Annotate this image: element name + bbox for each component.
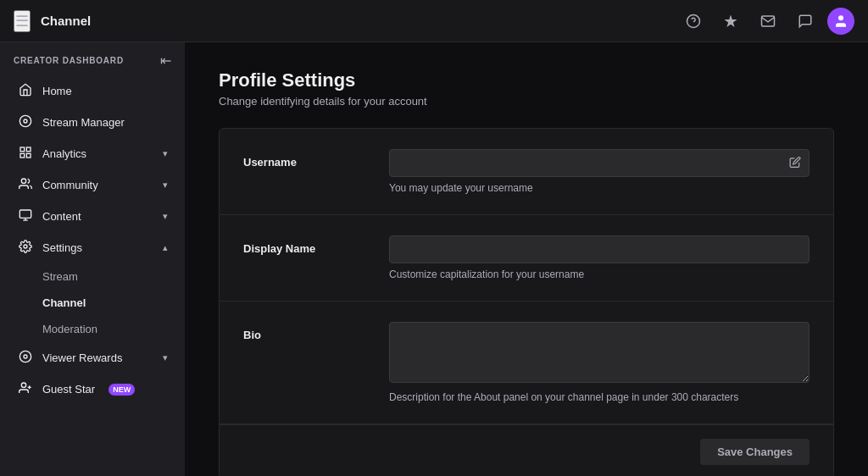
sidebar: Creator Dashboard ⇤ Home Stream Manager … bbox=[0, 42, 185, 476]
sidebar-item-viewer-rewards-label: Viewer Rewards bbox=[42, 351, 122, 364]
guest-star-new-badge: NEW bbox=[108, 384, 135, 396]
svg-rect-6 bbox=[26, 147, 31, 152]
sidebar-collapse-btn[interactable]: ⇤ bbox=[160, 53, 171, 69]
sidebar-header-label: Creator Dashboard bbox=[14, 56, 124, 65]
sidebar-item-analytics-label: Analytics bbox=[42, 147, 86, 160]
help-icon-btn[interactable] bbox=[678, 6, 709, 36]
settings-footer: Save Changes bbox=[220, 424, 833, 476]
stream-manager-icon bbox=[17, 114, 34, 130]
content-chevron: ▾ bbox=[163, 211, 168, 222]
svg-rect-8 bbox=[26, 153, 31, 158]
community-icon bbox=[17, 177, 34, 193]
topnav-right bbox=[678, 6, 854, 36]
sidebar-item-guest-star-label: Guest Star bbox=[42, 383, 95, 396]
sidebar-item-content[interactable]: Content ▾ bbox=[3, 202, 181, 231]
sidebar-header: Creator Dashboard ⇤ bbox=[0, 42, 185, 75]
magic-icon-btn[interactable] bbox=[715, 6, 746, 36]
svg-point-14 bbox=[19, 351, 31, 362]
community-chevron: ▾ bbox=[163, 180, 168, 191]
svg-point-9 bbox=[21, 179, 25, 183]
page-title: Profile Settings bbox=[219, 69, 834, 91]
svg-rect-5 bbox=[20, 147, 25, 152]
bio-input[interactable] bbox=[389, 322, 810, 383]
bio-hint: Description for the About panel on your … bbox=[389, 391, 810, 403]
topnav-title: Channel bbox=[41, 14, 91, 28]
svg-point-4 bbox=[24, 119, 27, 123]
username-edit-icon bbox=[789, 156, 801, 170]
username-label: Username bbox=[243, 149, 362, 169]
bio-row: Bio Description for the About panel on y… bbox=[220, 302, 833, 424]
sidebar-item-home[interactable]: Home bbox=[3, 76, 181, 106]
sidebar-item-stream-manager[interactable]: Stream Manager bbox=[3, 108, 181, 137]
sidebar-item-guest-star[interactable]: Guest Star NEW bbox=[3, 374, 181, 404]
main-layout: Creator Dashboard ⇤ Home Stream Manager … bbox=[0, 42, 868, 476]
svg-point-16 bbox=[21, 383, 25, 387]
topnav: ☰ Channel bbox=[0, 0, 868, 42]
username-hint: You may update your username bbox=[389, 182, 810, 194]
svg-point-3 bbox=[19, 115, 31, 126]
sidebar-subitem-channel[interactable]: Channel bbox=[3, 291, 181, 315]
svg-rect-7 bbox=[20, 153, 25, 158]
content-icon bbox=[17, 208, 34, 224]
display-name-label: Display Name bbox=[243, 235, 362, 255]
svg-rect-10 bbox=[19, 210, 31, 218]
guest-star-icon bbox=[17, 381, 34, 397]
settings-chevron: ▴ bbox=[163, 242, 168, 253]
sidebar-item-analytics[interactable]: Analytics ▾ bbox=[3, 139, 181, 169]
svg-point-13 bbox=[24, 245, 27, 248]
viewer-rewards-chevron: ▾ bbox=[163, 352, 168, 363]
bio-label: Bio bbox=[243, 322, 362, 341]
svg-point-15 bbox=[24, 355, 27, 358]
save-changes-button[interactable]: Save Changes bbox=[700, 439, 810, 465]
main-content: Profile Settings Change identifying deta… bbox=[185, 42, 868, 476]
username-input[interactable] bbox=[389, 149, 810, 177]
sidebar-item-community-label: Community bbox=[42, 179, 98, 191]
sidebar-subitem-moderation[interactable]: Moderation bbox=[3, 317, 181, 341]
menu-icon[interactable]: ☰ bbox=[14, 10, 31, 32]
analytics-chevron: ▾ bbox=[163, 148, 168, 159]
sidebar-item-settings-label: Settings bbox=[42, 241, 82, 254]
sidebar-item-viewer-rewards[interactable]: Viewer Rewards ▾ bbox=[3, 343, 181, 373]
settings-card: Username You may update your username Di… bbox=[219, 128, 834, 476]
sidebar-item-home-label: Home bbox=[42, 85, 72, 97]
sidebar-item-content-label: Content bbox=[42, 210, 81, 223]
display-name-input-wrap: Customize capitalization for your userna… bbox=[389, 235, 810, 280]
home-icon bbox=[17, 83, 34, 99]
username-input-wrap: You may update your username bbox=[389, 149, 810, 194]
chat-icon-btn[interactable] bbox=[790, 6, 821, 36]
bio-input-wrap: Description for the About panel on your … bbox=[389, 322, 810, 403]
analytics-icon bbox=[17, 146, 34, 162]
sidebar-item-settings[interactable]: Settings ▴ bbox=[3, 233, 181, 263]
display-name-hint: Customize capitalization for your userna… bbox=[389, 268, 810, 280]
display-name-input[interactable] bbox=[389, 235, 810, 263]
svg-point-2 bbox=[838, 15, 843, 20]
avatar[interactable] bbox=[827, 8, 854, 35]
sidebar-subitem-stream[interactable]: Stream bbox=[3, 264, 181, 289]
username-icon-wrap bbox=[389, 149, 810, 177]
mail-icon-btn[interactable] bbox=[753, 6, 783, 36]
display-name-row: Display Name Customize capitalization fo… bbox=[220, 215, 833, 302]
username-row: Username You may update your username bbox=[220, 129, 833, 215]
page-subtitle: Change identifying details for your acco… bbox=[219, 95, 834, 108]
sidebar-item-stream-manager-label: Stream Manager bbox=[42, 116, 125, 129]
sidebar-item-community[interactable]: Community ▾ bbox=[3, 170, 181, 200]
settings-icon bbox=[17, 240, 34, 256]
viewer-rewards-icon bbox=[17, 350, 34, 366]
